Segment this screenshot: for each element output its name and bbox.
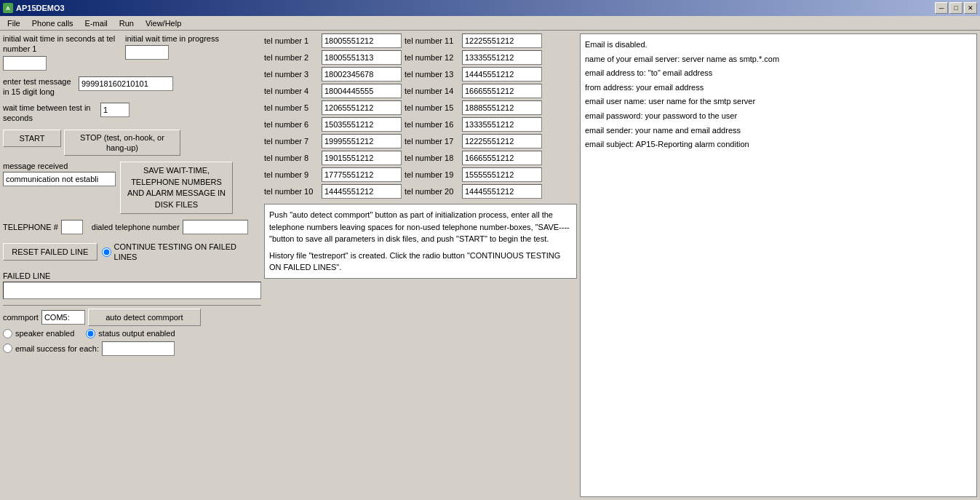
continue-testing-label: CONTINUE TESTING ON FAILED LINES (114, 242, 261, 263)
window-controls: ─ □ ✕ (935, 2, 977, 14)
minimize-button[interactable]: ─ (935, 2, 948, 14)
menu-file[interactable]: File (1, 17, 26, 29)
tel-label-3: tel number 3 (264, 70, 319, 79)
close-button[interactable]: ✕ (964, 2, 977, 14)
tel-numbers-section: tel number 1tel number 2tel number 3tel … (264, 33, 577, 201)
email-success-input[interactable] (102, 341, 175, 356)
speaker-radio-row: speaker enabled (3, 329, 74, 338)
message-received-label: message received (3, 162, 116, 170)
tel-label-3: tel number 13 (405, 70, 459, 79)
tel-label-5: tel number 5 (264, 103, 319, 112)
instructions-panel: Push "auto detect commport" button as pa… (264, 204, 577, 279)
save-button[interactable]: SAVE WAIT-TIME, TELEPHONE NUMBERS AND AL… (120, 162, 233, 214)
tel-row: tel number 10 (264, 184, 402, 199)
tel-input-9[interactable] (322, 167, 402, 182)
tel-input-6[interactable] (462, 117, 542, 132)
reset-continue-section: RESET FAILED LINE CONTINUE TESTING ON FA… (3, 242, 261, 263)
tel-row: tel number 20 (405, 184, 542, 199)
tel-label-2: tel number 2 (264, 53, 319, 62)
app-icon: A (3, 3, 13, 13)
tel-input-3[interactable] (462, 67, 542, 82)
tel-input-8[interactable] (462, 151, 542, 165)
maximize-button[interactable]: □ (949, 2, 963, 14)
email-info-line-7: email subject: AP15-Reporting alarm cond… (585, 138, 972, 151)
tel-label-6: tel number 6 (264, 120, 319, 129)
stop-button[interactable]: STOP (test, on-hook, or hang-up) (64, 130, 180, 156)
menu-run[interactable]: Run (113, 17, 140, 29)
tel-input-10[interactable] (462, 184, 542, 199)
auto-detect-button[interactable]: auto detect commport (88, 309, 201, 326)
continue-testing-radio[interactable] (102, 247, 111, 257)
tel-row: tel number 11 (405, 33, 542, 48)
tel-input-1[interactable] (322, 33, 402, 48)
tel-input-10[interactable] (322, 184, 402, 199)
dialed-input[interactable] (183, 220, 248, 234)
failed-line-label: FAILED LINE (3, 271, 261, 280)
main-content: initial wait time in seconds at tel numb… (0, 31, 980, 500)
tel-row: tel number 7 (264, 134, 402, 148)
email-success-radio[interactable] (3, 344, 12, 353)
tel-input-5[interactable] (322, 100, 402, 115)
tel-row: tel number 13 (405, 67, 542, 82)
tel-input-1[interactable] (462, 33, 542, 48)
telephone-dialed-section: TELEPHONE # dialed telephone number (3, 220, 261, 234)
tel-input-8[interactable] (322, 151, 402, 165)
test-msg-input[interactable] (79, 76, 173, 91)
menu-phone-calls[interactable]: Phone calls (26, 17, 79, 29)
tel-input-2[interactable] (462, 50, 542, 65)
tel-input-4[interactable] (322, 84, 402, 98)
message-received-input[interactable] (3, 172, 116, 186)
menu-view-help[interactable]: View/Help (140, 17, 187, 29)
right-panel: Email is disabled.name of your email ser… (580, 33, 977, 497)
tel-input-7[interactable] (462, 134, 542, 148)
tel-row: tel number 17 (405, 134, 542, 148)
tel-input-5[interactable] (462, 100, 542, 115)
initial-wait-input[interactable] (3, 56, 47, 71)
speaker-radio[interactable] (3, 329, 12, 338)
tel-label-9: tel number 9 (264, 170, 319, 179)
left-panel: initial wait time in seconds at tel numb… (3, 33, 261, 497)
email-success-label: email success for each: (15, 344, 99, 353)
instructions-text2: History file "testreport" is created. Cl… (269, 250, 572, 274)
tel-row: tel number 3 (264, 67, 402, 82)
start-stop-section: START STOP (test, on-hook, or hang-up) (3, 130, 261, 156)
email-info-line-5: email password: your password to the use… (585, 110, 972, 123)
tel-row: tel number 18 (405, 151, 542, 165)
tel-input-3[interactable] (322, 67, 402, 82)
bottom-section: commport auto detect commport speaker en… (3, 305, 261, 356)
email-info-line-4: email user name: user name for the smtp … (585, 95, 972, 108)
tel-input-4[interactable] (462, 84, 542, 98)
tel-label-6: tel number 16 (405, 120, 459, 129)
email-info-line-3: from address: your email address (585, 82, 972, 95)
tel-input-7[interactable] (322, 134, 402, 148)
failed-line-input[interactable] (3, 282, 261, 299)
status-output-radio-row: status output enabled (86, 329, 175, 338)
tel-col-1: tel number 1tel number 2tel number 3tel … (264, 33, 402, 201)
dialed-label: dialed telephone number (92, 223, 180, 231)
tel-input-2[interactable] (322, 50, 402, 65)
tel-row: tel number 12 (405, 50, 542, 65)
msg-received-section: message received SAVE WAIT-TIME, TELEPHO… (3, 162, 261, 214)
tel-label-10: tel number 10 (264, 187, 319, 196)
commport-label: commport (3, 313, 39, 322)
tel-label-2: tel number 12 (405, 53, 459, 62)
telephone-input[interactable] (61, 220, 83, 234)
tel-input-9[interactable] (462, 167, 542, 182)
status-output-radio[interactable] (86, 329, 95, 338)
failed-line-section: FAILED LINE (3, 271, 261, 299)
tel-row: tel number 8 (264, 151, 402, 165)
telephone-label: TELEPHONE # (3, 223, 58, 231)
tel-row: tel number 1 (264, 33, 402, 48)
tel-input-6[interactable] (322, 117, 402, 132)
menu-email[interactable]: E-mail (79, 17, 113, 29)
initial-wait-progress-input[interactable] (125, 45, 169, 60)
reset-failed-button[interactable]: RESET FAILED LINE (3, 243, 97, 261)
commport-input[interactable] (41, 310, 85, 325)
test-message-section: enter test message in 15 digit long (3, 76, 261, 98)
start-button[interactable]: START (3, 130, 61, 147)
tel-label-8: tel number 18 (405, 154, 459, 162)
tel-label-1: tel number 11 (405, 36, 459, 45)
wait-between-input[interactable] (100, 103, 130, 117)
continue-testing-radio-row: CONTINUE TESTING ON FAILED LINES (102, 242, 261, 263)
tel-label-4: tel number 4 (264, 87, 319, 95)
